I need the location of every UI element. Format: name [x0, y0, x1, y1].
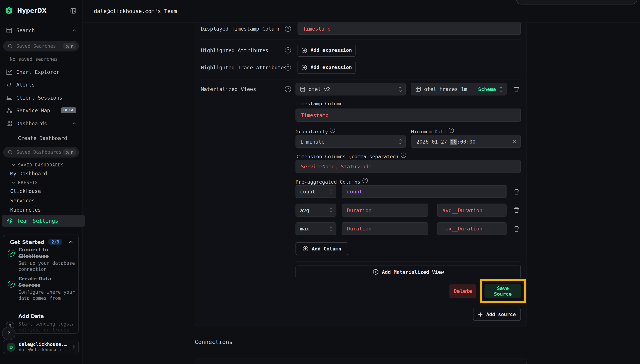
add-source-button[interactable]: Add source — [473, 308, 521, 321]
add-materialized-view-button[interactable]: Add Materialized View — [296, 266, 521, 278]
sidebar-item-chart-explorer[interactable]: Chart Explorer — [0, 67, 82, 77]
aggregation-fn-select[interactable]: max — [296, 222, 336, 235]
field-label: Dimension Columns (comma-separated) ? — [296, 152, 406, 160]
help-icon[interactable]: ? — [285, 48, 291, 54]
database-select[interactable]: otel_v2 — [296, 83, 406, 96]
saved-searches-field[interactable] — [16, 43, 64, 50]
add-column-button[interactable]: Add Column — [296, 242, 348, 255]
help-icon[interactable]: ? — [401, 152, 406, 158]
plus-circle-icon — [301, 47, 307, 53]
laptop-icon — [6, 94, 12, 100]
check-circle-icon — [8, 281, 15, 288]
shortcut-chip: ⌘ K — [63, 149, 76, 155]
sidebar-item-team-settings[interactable]: Team Settings — [2, 215, 85, 227]
chart-explorer-icon — [6, 69, 12, 75]
search-icon — [8, 44, 13, 48]
search-section-icon — [6, 27, 12, 33]
aggregation-fn-select[interactable]: avg — [296, 204, 336, 217]
chevron-updown-icon — [329, 208, 333, 213]
main-area: dale@clickhouse.com's Team Displayed Tim… — [82, 0, 640, 364]
schema-link[interactable]: Schema — [478, 86, 496, 92]
help-icon[interactable]: ? — [285, 26, 291, 32]
aggregation-fn-select[interactable]: count — [296, 185, 336, 198]
field-label: Granularity ? — [296, 128, 335, 135]
sidebar-item-search[interactable]: Search — [0, 25, 82, 35]
section-saved-dashboards[interactable]: SAVED DASHBOARDS — [0, 162, 82, 168]
chevron-up-icon[interactable] — [69, 241, 73, 244]
trash-icon[interactable] — [513, 188, 520, 196]
sidebar-item-clickhouse[interactable]: ClickHouse — [0, 187, 82, 195]
delete-button[interactable]: Delete — [449, 284, 476, 298]
sidebar-item-label: Client Sessions — [16, 94, 63, 100]
sidebar-item-services[interactable]: Services — [0, 196, 82, 204]
aggregation-expr-input[interactable]: count — [342, 185, 506, 198]
field-label: Highlighted Attributes — [201, 44, 269, 57]
chevron-up-icon[interactable] — [72, 29, 76, 32]
sidebar-item-kubernetes[interactable]: Kubernetes — [0, 206, 82, 214]
gear-icon — [7, 218, 13, 224]
user-menu[interactable]: D dale@clickhouse.… dale@clickhouse.c… — [3, 340, 79, 354]
sidebar-item-client-sessions[interactable]: Client Sessions — [0, 92, 82, 102]
sidebar-item-label: Alerts — [16, 81, 35, 88]
help-button[interactable]: ? — [2, 327, 16, 340]
empty-state: No saved searches — [0, 56, 82, 62]
sidebar-item-my-dashboard[interactable]: My Dashboard — [0, 169, 82, 178]
dashboards-icon — [6, 120, 12, 126]
clear-icon[interactable] — [512, 139, 517, 144]
aggregation-alias-input[interactable]: avg__Duration — [437, 204, 506, 217]
avatar: D — [7, 342, 16, 352]
sidebar-item-service-map[interactable]: Service Map BETA — [0, 105, 82, 115]
add-expression-button[interactable]: Add expression — [298, 61, 356, 74]
create-dashboard-button[interactable]: Create Dashboard — [0, 133, 82, 142]
chevron-up-icon[interactable] — [72, 122, 76, 124]
selected-date-part: 00 — [450, 138, 457, 145]
section-presets[interactable]: PRESETS — [0, 179, 82, 186]
granularity-select[interactable]: 1 minute — [296, 136, 406, 148]
trash-icon[interactable] — [513, 86, 520, 93]
user-name: dale@clickhouse.… — [19, 342, 67, 347]
get-started-header[interactable]: Get Started 2/3 — [10, 239, 63, 245]
shortcut-chip: ⌘ K — [63, 43, 76, 49]
step-desc: Set up your database connection — [19, 260, 76, 272]
aggregation-expr-input[interactable]: Duration — [342, 222, 428, 235]
connections-heading: Connections — [195, 338, 233, 345]
toast-remnant — [516, 0, 637, 4]
mv-timestamp-input[interactable]: Timestamp — [296, 108, 521, 122]
chevron-down-icon — [12, 181, 16, 184]
trash-icon[interactable] — [513, 206, 520, 214]
aggregation-alias-input[interactable]: max__Duration — [437, 222, 506, 235]
trash-icon[interactable] — [513, 225, 520, 232]
chevron-updown-icon — [499, 86, 503, 92]
saved-searches-input[interactable]: ⌘ K — [3, 41, 79, 51]
sidebar-collapse-icon[interactable] — [70, 8, 76, 14]
dimension-columns-input[interactable]: ServiceName, StatusCode — [296, 160, 521, 173]
plus-circle-icon — [302, 246, 309, 252]
get-started-panel: Get Started 2/3 Connect to ClickHouse Se… — [3, 234, 79, 334]
divider — [195, 352, 526, 352]
app-title: HyperDX — [17, 7, 47, 14]
add-expression-button[interactable]: Add expression — [298, 44, 356, 57]
help-icon[interactable]: ? — [362, 178, 368, 183]
saved-dashboards-field[interactable] — [16, 149, 64, 156]
displayed-timestamp-input[interactable]: Timestamp — [298, 22, 521, 35]
save-source-button[interactable]: Save Source — [484, 284, 521, 298]
sidebar: HyperDX Search — [0, 0, 83, 364]
check-circle-icon — [8, 250, 15, 257]
aggregation-expr-input[interactable]: Duration — [342, 204, 428, 217]
sidebar-item-label: Team Settings — [17, 218, 58, 224]
sidebar-item-dashboards[interactable]: Dashboards — [0, 118, 82, 128]
table-select[interactable]: otel_traces_1m Schema — [411, 83, 506, 96]
help-icon[interactable]: ? — [285, 64, 291, 70]
hyperdx-logo-icon — [5, 6, 13, 15]
step-title: Create Data Sources — [19, 276, 57, 288]
step-title: Add Data — [19, 313, 44, 320]
service-map-icon — [6, 107, 12, 113]
help-icon[interactable]: ? — [285, 86, 291, 92]
sidebar-item-alerts[interactable]: Alerts — [0, 80, 82, 90]
help-icon[interactable]: ? — [448, 128, 454, 133]
progress-badge: 2/3 — [48, 239, 63, 245]
minimum-date-input[interactable]: 2026-01-27 00:00:00 — [411, 136, 521, 148]
sidebar-item-label: Service Map — [16, 107, 50, 113]
help-icon[interactable]: ? — [330, 128, 335, 133]
saved-dashboards-input[interactable]: ⌘ K — [3, 147, 79, 157]
